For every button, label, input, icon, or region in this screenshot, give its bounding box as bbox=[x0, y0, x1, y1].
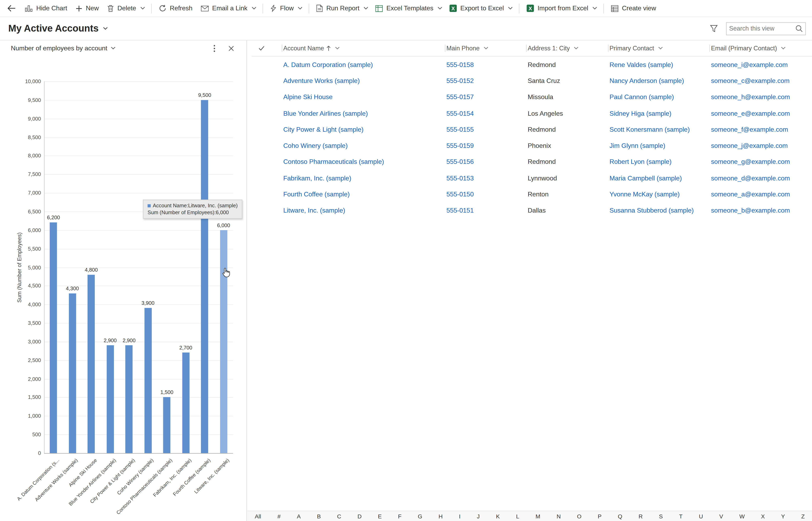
toolbar-new-button[interactable]: New bbox=[71, 2, 103, 15]
jumpbar-all[interactable]: All bbox=[255, 513, 261, 519]
jumpbar-h[interactable]: H bbox=[438, 513, 443, 519]
contact-link[interactable]: Susanna Stubberod (sample) bbox=[610, 207, 694, 214]
jumpbar-r[interactable]: R bbox=[639, 513, 643, 519]
account-link[interactable]: Fourth Coffee (sample) bbox=[283, 191, 350, 198]
table-row[interactable]: Blue Yonder Airlines (sample)555-0154Los… bbox=[252, 105, 812, 121]
phone-link[interactable]: 555-0151 bbox=[447, 207, 474, 214]
chart-bar[interactable] bbox=[163, 398, 171, 453]
row-select-cell[interactable] bbox=[252, 121, 282, 138]
column-header-email-primary-contact[interactable]: Email (Primary Contact) bbox=[710, 41, 812, 56]
jumpbar-t[interactable]: T bbox=[679, 513, 683, 519]
toolbar-export-to-excel-button[interactable]: XExport to Excel bbox=[446, 2, 508, 15]
chart-bar[interactable] bbox=[220, 230, 227, 453]
jumpbar-c[interactable]: C bbox=[337, 513, 341, 519]
jumpbar-g[interactable]: G bbox=[418, 513, 422, 519]
chart-bar[interactable] bbox=[88, 275, 95, 453]
contact-link[interactable]: Nancy Anderson (sample) bbox=[610, 77, 684, 85]
table-row[interactable]: Alpine Ski House555-0157MissoulaPaul Can… bbox=[252, 89, 812, 105]
chevron-down-icon[interactable] bbox=[140, 7, 148, 10]
jumpbar-x[interactable]: X bbox=[761, 513, 765, 519]
toolbar-create-view-button[interactable]: Create view bbox=[607, 2, 660, 15]
table-row[interactable]: Adventure Works (sample)555-0152Santa Cr… bbox=[252, 73, 812, 89]
search-icon[interactable] bbox=[795, 25, 803, 32]
jumpbar-z[interactable]: Z bbox=[801, 513, 805, 519]
chart-selector-chevron-icon[interactable] bbox=[111, 47, 116, 50]
row-select-cell[interactable] bbox=[252, 186, 282, 202]
jumpbar-b[interactable]: B bbox=[317, 513, 321, 519]
chart-bar[interactable] bbox=[69, 293, 76, 453]
account-link[interactable]: Adventure Works (sample) bbox=[283, 77, 360, 85]
account-link[interactable]: Litware, Inc. (sample) bbox=[283, 207, 345, 214]
chevron-down-icon[interactable] bbox=[298, 7, 306, 10]
email-link[interactable]: someone_g@example.com bbox=[711, 158, 790, 166]
chart-bar[interactable] bbox=[106, 345, 114, 453]
jumpbar-s[interactable]: S bbox=[659, 513, 663, 519]
view-selector[interactable]: My Active Accounts bbox=[8, 23, 108, 34]
email-link[interactable]: someone_d@example.com bbox=[711, 175, 790, 182]
toolbar-delete-button[interactable]: Delete bbox=[103, 2, 140, 15]
account-link[interactable]: Alpine Ski House bbox=[283, 93, 333, 101]
table-row[interactable]: A. Datum Corporation (sample)555-0158Red… bbox=[252, 56, 812, 73]
chart-bar[interactable] bbox=[182, 353, 189, 453]
column-header-main-phone[interactable]: Main Phone bbox=[446, 41, 527, 56]
phone-link[interactable]: 555-0152 bbox=[447, 77, 474, 85]
jumpbar-u[interactable]: U bbox=[699, 513, 703, 519]
chevron-down-icon[interactable] bbox=[335, 47, 339, 50]
select-all-header[interactable] bbox=[252, 41, 282, 56]
chevron-down-icon[interactable] bbox=[437, 7, 445, 10]
table-row[interactable]: Fabrikam, Inc. (sample)555-0153LynnwoodM… bbox=[252, 170, 812, 186]
jumpbar-m[interactable]: M bbox=[535, 513, 541, 519]
phone-link[interactable]: 555-0159 bbox=[447, 142, 474, 150]
contact-link[interactable]: Robert Lyon (sample) bbox=[610, 158, 672, 166]
back-button[interactable] bbox=[2, 2, 21, 15]
chevron-down-icon[interactable] bbox=[252, 7, 259, 10]
toolbar-excel-templates-button[interactable]: Excel Templates bbox=[372, 2, 437, 15]
chevron-down-icon[interactable] bbox=[592, 7, 600, 10]
chart-bar[interactable] bbox=[144, 308, 151, 453]
contact-link[interactable]: Paul Cannon (sample) bbox=[610, 93, 674, 101]
email-link[interactable]: someone_j@example.com bbox=[711, 142, 788, 150]
phone-link[interactable]: 555-0150 bbox=[447, 191, 474, 198]
chart-bar[interactable] bbox=[50, 223, 57, 453]
email-link[interactable]: someone_b@example.com bbox=[711, 207, 790, 214]
email-link[interactable]: someone_i@example.com bbox=[711, 61, 788, 68]
row-select-cell[interactable] bbox=[252, 170, 282, 186]
table-row[interactable]: City Power & Light (sample)555-0155Redmo… bbox=[252, 121, 812, 138]
chart-bar[interactable] bbox=[125, 345, 133, 453]
row-select-cell[interactable] bbox=[252, 89, 282, 105]
chevron-down-icon[interactable] bbox=[658, 47, 663, 50]
contact-link[interactable]: Maria Campbell (sample) bbox=[610, 175, 682, 182]
jumpbar-q[interactable]: Q bbox=[618, 513, 622, 519]
jumpbar-e[interactable]: E bbox=[378, 513, 382, 519]
table-row[interactable]: Litware, Inc. (sample)555-0151DallasSusa… bbox=[252, 202, 812, 219]
toolbar-flow-button[interactable]: Flow bbox=[266, 2, 298, 15]
contact-link[interactable]: Rene Valdes (sample) bbox=[610, 61, 673, 68]
row-select-cell[interactable] bbox=[252, 56, 282, 73]
toolbar-run-report-button[interactable]: Run Report bbox=[312, 2, 364, 15]
jumpbar-k[interactable]: K bbox=[496, 513, 500, 519]
phone-link[interactable]: 555-0158 bbox=[447, 61, 474, 68]
jumpbar-l[interactable]: L bbox=[516, 513, 519, 519]
account-link[interactable]: A. Datum Corporation (sample) bbox=[283, 61, 373, 68]
chevron-down-icon[interactable] bbox=[574, 47, 579, 50]
phone-link[interactable]: 555-0154 bbox=[447, 110, 474, 117]
row-select-cell[interactable] bbox=[252, 73, 282, 89]
toolbar-email-a-link-button[interactable]: Email a Link bbox=[197, 2, 252, 15]
contact-link[interactable]: Jim Glynn (sample) bbox=[610, 142, 665, 150]
jumpbar-f[interactable]: F bbox=[398, 513, 401, 519]
jumpbar-o[interactable]: O bbox=[577, 513, 581, 519]
filter-button[interactable] bbox=[708, 23, 720, 34]
email-link[interactable]: someone_c@example.com bbox=[711, 77, 790, 85]
phone-link[interactable]: 555-0153 bbox=[447, 175, 474, 182]
chart-more-button[interactable] bbox=[212, 43, 217, 53]
chart-close-button[interactable] bbox=[228, 44, 235, 52]
jumpbar-[interactable]: # bbox=[278, 513, 281, 519]
chevron-down-icon[interactable] bbox=[508, 7, 516, 10]
row-select-cell[interactable] bbox=[252, 202, 282, 219]
phone-link[interactable]: 555-0156 bbox=[447, 158, 474, 166]
column-header-primary-contact[interactable]: Primary Contact bbox=[608, 41, 710, 56]
phone-link[interactable]: 555-0155 bbox=[447, 126, 474, 133]
chevron-down-icon[interactable] bbox=[781, 47, 786, 50]
contact-link[interactable]: Yvonne McKay (sample) bbox=[610, 191, 679, 198]
email-link[interactable]: someone_a@example.com bbox=[711, 191, 790, 198]
